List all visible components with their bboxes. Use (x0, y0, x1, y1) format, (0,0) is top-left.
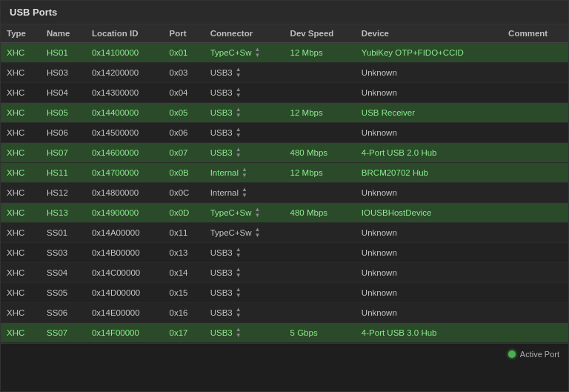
cell-location: 0x14100000 (86, 43, 164, 63)
usb-ports-window: USB Ports Type Name Location ID Port Con… (0, 0, 569, 392)
cell-connector: TypeC+Sw ▲▼ (204, 43, 284, 63)
cell-name: SS06 (41, 303, 86, 323)
cell-port: 0x17 (164, 323, 204, 343)
cell-type: XHC (1, 163, 41, 183)
cell-device: USB Receiver (356, 103, 502, 123)
connector-value: USB3 (210, 148, 233, 157)
cell-device: Unknown (356, 183, 502, 203)
cell-port: 0x05 (164, 103, 204, 123)
cell-connector: Internal ▲▼ (204, 163, 284, 183)
cell-comment (502, 283, 568, 303)
table-body: XHC HS01 0x14100000 0x01 TypeC+Sw ▲▼ 12 … (1, 43, 568, 343)
cell-type: XHC (1, 243, 41, 263)
col-devspeed: Dev Speed (284, 24, 356, 43)
cell-connector: USB3 ▲▼ (204, 283, 284, 303)
connector-stepper[interactable]: ▲▼ (236, 307, 242, 319)
col-device: Device (356, 24, 502, 43)
connector-stepper[interactable]: ▲▼ (236, 67, 242, 79)
cell-port: 0x03 (164, 63, 204, 83)
cell-connector: USB3 ▲▼ (204, 263, 284, 283)
connector-stepper[interactable]: ▲▼ (255, 47, 261, 59)
active-port-label: Active Port (520, 350, 559, 359)
cell-type: XHC (1, 43, 41, 63)
cell-location: 0x14C00000 (86, 263, 164, 283)
connector-stepper[interactable]: ▲▼ (255, 207, 261, 219)
connector-stepper[interactable]: ▲▼ (236, 87, 242, 99)
cell-devspeed (284, 83, 356, 103)
cell-device: Unknown (356, 223, 502, 243)
cell-location: 0x14400000 (86, 103, 164, 123)
cell-name: HS03 (41, 63, 86, 83)
table-container: Type Name Location ID Port Connector Dev… (1, 24, 568, 343)
table-row: XHC HS01 0x14100000 0x01 TypeC+Sw ▲▼ 12 … (1, 43, 568, 63)
cell-name: HS05 (41, 103, 86, 123)
cell-devspeed (284, 183, 356, 203)
cell-name: HS12 (41, 183, 86, 203)
connector-stepper[interactable]: ▲▼ (236, 127, 242, 139)
cell-comment (502, 83, 568, 103)
cell-port: 0x06 (164, 123, 204, 143)
connector-stepper[interactable]: ▲▼ (242, 167, 247, 179)
cell-device: BRCM20702 Hub (356, 163, 502, 183)
cell-port: 0x01 (164, 43, 204, 63)
connector-stepper[interactable]: ▲▼ (242, 187, 247, 199)
cell-port: 0x11 (164, 223, 204, 243)
cell-device: Unknown (356, 283, 502, 303)
cell-port: 0x0C (164, 183, 204, 203)
cell-comment (502, 103, 568, 123)
cell-comment (502, 323, 568, 343)
footer: Active Port (1, 343, 568, 365)
cell-connector: USB3 ▲▼ (204, 103, 284, 123)
header-row: Type Name Location ID Port Connector Dev… (1, 24, 568, 43)
connector-stepper[interactable]: ▲▼ (236, 327, 242, 339)
cell-connector: USB3 ▲▼ (204, 123, 284, 143)
cell-devspeed: 12 Mbps (284, 103, 356, 123)
table-row: XHC SS03 0x14B00000 0x13 USB3 ▲▼ Unknown (1, 243, 568, 263)
cell-device: Unknown (356, 243, 502, 263)
cell-devspeed: 12 Mbps (284, 43, 356, 63)
cell-connector: Internal ▲▼ (204, 183, 284, 203)
cell-port: 0x15 (164, 283, 204, 303)
connector-stepper[interactable]: ▲▼ (236, 267, 242, 279)
connector-value: USB3 (210, 248, 233, 257)
connector-stepper[interactable]: ▲▼ (236, 287, 242, 299)
col-type: Type (1, 24, 41, 43)
connector-stepper[interactable]: ▲▼ (236, 247, 242, 259)
cell-devspeed: 12 Mbps (284, 163, 356, 183)
cell-devspeed (284, 223, 356, 243)
cell-name: HS06 (41, 123, 86, 143)
cell-port: 0x04 (164, 83, 204, 103)
cell-name: HS01 (41, 43, 86, 63)
cell-location: 0x14600000 (86, 143, 164, 163)
cell-connector: USB3 ▲▼ (204, 303, 284, 323)
table-row: XHC HS12 0x14800000 0x0C Internal ▲▼ Unk… (1, 183, 568, 203)
cell-port: 0x07 (164, 143, 204, 163)
cell-name: HS04 (41, 83, 86, 103)
cell-devspeed: 5 Gbps (284, 323, 356, 343)
connector-value: USB3 (210, 288, 233, 297)
col-connector: Connector (204, 24, 284, 43)
col-port: Port (164, 24, 204, 43)
cell-location: 0x14200000 (86, 63, 164, 83)
window-title: USB Ports (1, 1, 568, 24)
connector-stepper[interactable]: ▲▼ (255, 227, 261, 239)
table-row: XHC HS04 0x14300000 0x04 USB3 ▲▼ Unknown (1, 83, 568, 103)
connector-value: Internal (210, 188, 239, 197)
cell-connector: USB3 ▲▼ (204, 323, 284, 343)
cell-type: XHC (1, 143, 41, 163)
cell-comment (502, 203, 568, 223)
connector-stepper[interactable]: ▲▼ (236, 107, 242, 119)
cell-name: HS07 (41, 143, 86, 163)
table-row: XHC SS05 0x14D00000 0x15 USB3 ▲▼ Unknown (1, 283, 568, 303)
cell-type: XHC (1, 283, 41, 303)
table-row: XHC SS01 0x14A00000 0x11 TypeC+Sw ▲▼ Unk… (1, 223, 568, 243)
cell-devspeed: 480 Mbps (284, 203, 356, 223)
cell-device: 4-Port USB 3.0 Hub (356, 323, 502, 343)
cell-location: 0x14E00000 (86, 303, 164, 323)
cell-connector: TypeC+Sw ▲▼ (204, 203, 284, 223)
cell-comment (502, 183, 568, 203)
table-row: XHC SS07 0x14F00000 0x17 USB3 ▲▼ 5 Gbps … (1, 323, 568, 343)
cell-type: XHC (1, 203, 41, 223)
connector-stepper[interactable]: ▲▼ (236, 147, 242, 159)
cell-comment (502, 303, 568, 323)
